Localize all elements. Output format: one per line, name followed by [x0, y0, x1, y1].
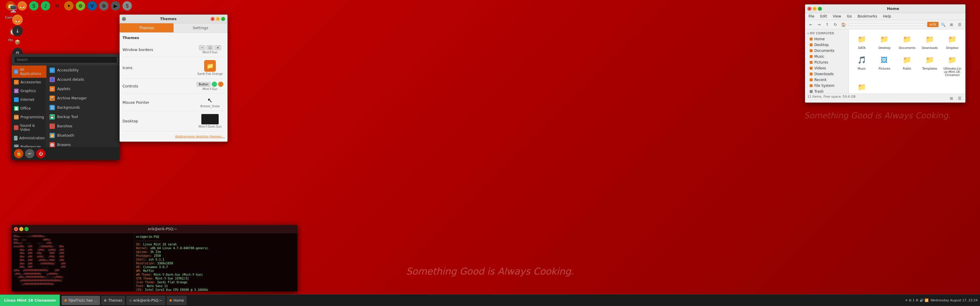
fm-min-button[interactable]: − — [813, 7, 817, 11]
fm-file-music[interactable]: 🎵 Music — [852, 53, 872, 78]
taskbar-item-2[interactable]: erik@erik-PSQ:~ — [126, 296, 165, 305]
app-backup[interactable]: 💾 Backup Tool — [47, 112, 119, 122]
fm-sidebar-music[interactable]: Music — [805, 54, 848, 59]
themes-close-button[interactable]: × — [211, 17, 215, 21]
fm-file-data[interactable]: 📁 DATA — [852, 32, 872, 51]
fm-up-button[interactable]: ↑ — [824, 21, 830, 28]
taskbar-item-0[interactable]: f@ef7e2c hex ... — [62, 296, 100, 305]
suse-launcher-icon[interactable]: ⚙ — [76, 1, 85, 11]
fm-menu-help[interactable]: Help — [882, 14, 892, 19]
cat-accessories[interactable]: ✂ Accessories — [12, 78, 46, 87]
themes-max-button[interactable]: □ — [221, 17, 225, 21]
term-max-button[interactable]: □ — [24, 227, 29, 231]
fm-menu-view[interactable]: View — [832, 14, 842, 19]
fm-sidebar-documents[interactable]: Documents — [805, 48, 848, 54]
cat-graphics[interactable]: 🖼 Graphics — [12, 87, 46, 95]
cat-preferences[interactable]: ⚙ Preferences — [12, 143, 46, 147]
cat-office[interactable]: 📄 Office — [12, 104, 46, 113]
app-backgrounds[interactable]: 🖼 Backgrounds — [47, 103, 119, 112]
app-menu-search-input[interactable] — [14, 56, 117, 63]
fm-pictures-icon: 🖼 — [878, 54, 890, 66]
fm-refresh-button[interactable]: ↻ — [832, 21, 839, 28]
app-brasero[interactable]: 💿 Brasero — [47, 140, 119, 147]
fm-sidebar-home[interactable]: Home — [805, 36, 848, 42]
ctrl-color-orange[interactable] — [218, 82, 223, 87]
power-button[interactable]: ⏻ — [36, 149, 46, 158]
hexchat-launcher-icon[interactable]: H — [52, 1, 62, 11]
fm-file-desktop[interactable]: 📁 Desktop — [874, 32, 895, 51]
fm-menu-bookmarks[interactable]: Bookmarks — [856, 14, 878, 19]
side-firefox-icon[interactable]: 🦊 — [12, 14, 23, 25]
fm-close-button[interactable]: × — [807, 7, 811, 11]
fm-max-button[interactable]: □ — [818, 7, 822, 11]
silver-launcher-icon[interactable]: S — [123, 1, 132, 11]
clementine-launcher-icon[interactable]: ♪ — [41, 1, 50, 11]
virtualbox-launcher-icon[interactable]: V — [88, 1, 97, 11]
fm-sidebar-trash[interactable]: Trash — [805, 89, 848, 94]
lock-button[interactable]: 🔒 — [14, 149, 23, 158]
fm-menu-file[interactable]: File — [807, 14, 816, 19]
tab-settings[interactable]: Settings — [173, 23, 228, 32]
ctrl-color-green[interactable] — [212, 82, 217, 87]
cat-internet[interactable]: 🌐 Internet — [12, 95, 46, 104]
app-account[interactable]: 👤 Account details — [47, 75, 119, 84]
side-package-icon[interactable]: 📦 — [12, 37, 23, 47]
themes-back-button[interactable]: ← — [122, 17, 126, 21]
app-applets[interactable]: ⊞ Applets — [47, 84, 119, 94]
term-close-button[interactable]: × — [14, 227, 18, 231]
logout-button[interactable]: ↩ — [25, 149, 34, 158]
fm-view-list[interactable]: ☰ — [956, 21, 963, 28]
themes-section-heading: Themes — [123, 36, 224, 40]
cat-administration[interactable]: 🔧 Administration — [12, 134, 46, 143]
feather-launcher-icon[interactable]: ✦ — [64, 1, 73, 11]
cat-sound-video[interactable]: 🎵 Sound & Video — [12, 122, 46, 134]
fm-sidebar-filesystem[interactable]: File System — [805, 83, 848, 89]
fm-file-documents[interactable]: 📁 Documents — [897, 32, 917, 51]
wm-btn-min[interactable]: − — [199, 45, 205, 50]
fm-sidebar-recent[interactable]: Recent — [805, 77, 848, 83]
fm-file-public[interactable]: 📁 Public — [897, 53, 917, 78]
fm-file-pictures[interactable]: 🖼 Pictures — [874, 53, 895, 78]
settings2-launcher-icon[interactable]: ⚙ — [99, 1, 108, 11]
spotify-launcher-icon[interactable]: S — [29, 1, 38, 11]
fm-search-button[interactable]: 🔍 — [940, 21, 947, 28]
fm-file-templates[interactable]: 📁 Templates — [920, 53, 940, 78]
taskbar-item-1[interactable]: Themes — [101, 296, 125, 305]
app-banshee[interactable]: 🎵 Banshee — [47, 122, 119, 131]
ctrl-btn[interactable]: Button — [197, 82, 211, 87]
app-accessibility[interactable]: ♿ Accessibility — [47, 65, 119, 75]
cat-all-applications[interactable]: ⊞ All Applications — [12, 65, 46, 78]
app-archive[interactable]: 📦 Archive Manager — [47, 94, 119, 103]
fm-sidebar-desktop[interactable]: Desktop — [805, 42, 848, 48]
wm-btn-max[interactable]: □ — [207, 45, 213, 50]
themes-min-button[interactable]: − — [216, 17, 220, 21]
fm-view-toggle[interactable]: ⊞ — [948, 21, 955, 28]
fm-file-ultimate[interactable]: 📁 Ultimate-Linux-Mint-18-Cinnamon — [942, 53, 963, 78]
fm-sidebar-videos[interactable]: Videos — [805, 65, 848, 71]
fm-sidebar-downloads[interactable]: Downloads — [805, 71, 848, 77]
fm-sidebar-pictures[interactable]: Pictures — [805, 59, 848, 65]
start-button[interactable]: Linux Mint 18 Cinnamon — [0, 295, 60, 306]
term-min-button[interactable]: − — [19, 227, 23, 231]
app-bluetooth[interactable]: 📶 Bluetooth — [47, 131, 119, 140]
fm-menu-go[interactable]: Go — [846, 14, 853, 19]
fm-forward-button[interactable]: → — [816, 21, 822, 28]
fm-back-button[interactable]: ← — [807, 21, 815, 28]
fm-home-button[interactable]: 🏠 — [840, 21, 847, 28]
fm-file-downloads[interactable]: 📁 Downloads — [920, 32, 940, 51]
fm-menu-edit[interactable]: Edit — [819, 14, 828, 19]
add-themes-link[interactable]: Add/remove desktop themes... — [175, 135, 224, 138]
theme-preview-controls: Button Mint-Y-Sun — [196, 82, 224, 90]
taskbar-item-3[interactable]: Home — [167, 296, 187, 305]
tab-themes[interactable]: Themes — [119, 23, 173, 32]
fm-file-videos[interactable]: 📁 Videos — [852, 80, 872, 94]
wm-btn-close[interactable]: × — [215, 45, 221, 50]
fm-file-dropbox[interactable]: 📁 Dropbox — [942, 32, 963, 51]
side-update-icon[interactable]: ↓ — [12, 25, 23, 36]
fm-statusbar-btn1[interactable]: ⊞ — [948, 95, 955, 102]
fm-address-bar[interactable] — [848, 24, 926, 25]
fm-statusbar-btn2[interactable]: ☰ — [956, 95, 963, 102]
cat-programming[interactable]: ⌨ Programming — [12, 113, 46, 122]
record-launcher-icon[interactable]: ▶ — [111, 1, 120, 11]
fm-dl-dot — [810, 73, 813, 76]
